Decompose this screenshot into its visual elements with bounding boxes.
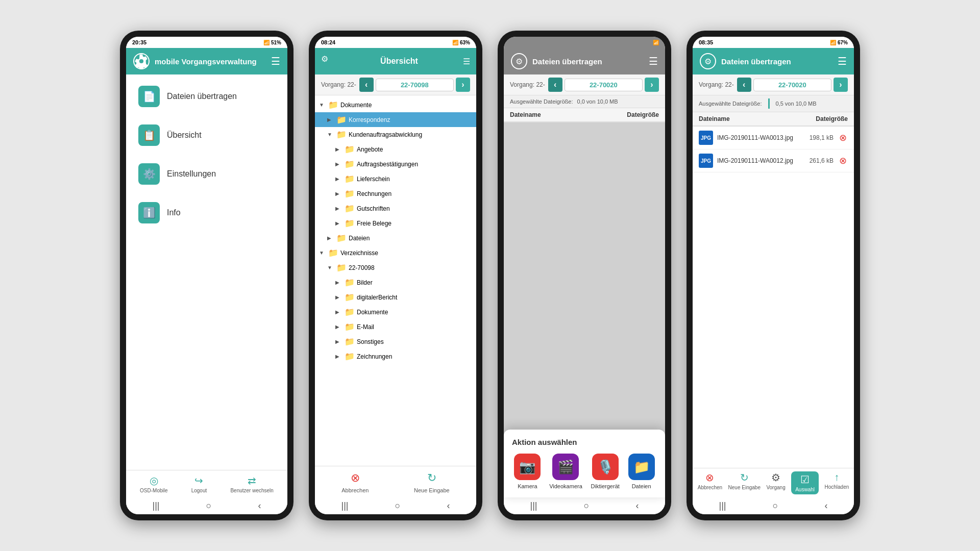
benutzer-btn[interactable]: ⇄ Benutzer wechseln [230, 474, 274, 493]
file-remove-1[interactable]: ⊗ [838, 133, 848, 143]
tree-korrespondenz[interactable]: ▶ 📁 Korrespondenz [315, 112, 476, 127]
tree-lieferschein[interactable]: ▶ 📁 Lieferschein [315, 171, 476, 186]
nav-back-4[interactable]: ‹ [824, 500, 827, 511]
tree-verzeichnisse[interactable]: ▼ 📁 Verzeichnisse [315, 245, 476, 260]
tree-rechnungen[interactable]: ▶ 📁 Rechnungen [315, 186, 476, 201]
tree-dokumente[interactable]: ▼ 📁 Dokumente [315, 97, 476, 112]
abbrechen-btn-2[interactable]: ⊗ Abbrechen [341, 470, 369, 493]
abbrechen-label-4: Abbrechen [698, 485, 722, 490]
next-arrow-4[interactable]: › [834, 78, 848, 92]
hamburger-icon-2[interactable]: ☰ [463, 57, 470, 66]
table-header-3: Dateiname Dateigröße [504, 108, 665, 122]
dialog-video-btn[interactable]: 🎬 Videokamera [549, 454, 582, 489]
tree-sonstiges[interactable]: ▶ 📁 Sonstiges [315, 334, 476, 349]
file-transfer-title-3: Dateien übertragen [532, 57, 644, 66]
dialog-actions-3: 📷 Kamera 🎬 Videokamera 🎙️ Diktiergerät 📁… [512, 454, 657, 489]
nav-lines-3: ||| [530, 500, 537, 511]
folder-dateien-icon: 📁 [336, 233, 347, 243]
prev-arrow-2[interactable]: ‹ [359, 78, 374, 92]
osd-mobile-btn[interactable]: ◎ OSD-Mobile [140, 474, 167, 493]
tree-korrespondenz-label: Korrespondenz [349, 116, 390, 123]
next-arrow-3[interactable]: › [645, 78, 659, 92]
abbrechen-btn-4[interactable]: ⊗ Abbrechen [698, 471, 722, 494]
menu-item-dateien[interactable]: 📄 Dateien übertragen [130, 79, 283, 114]
vorgang-bar-3: Vorgang: 22- ‹ 22-70020 › [504, 74, 665, 95]
nav-back-3[interactable]: ‹ [635, 500, 639, 511]
file-size-bar-3: Ausgewählte Dateigröße: 0,0 von 10,0 MB [504, 95, 665, 108]
status-bar-3: 📶 [504, 37, 665, 48]
kamera-label: Kamera [518, 483, 537, 489]
hamburger-icon-1[interactable]: ☰ [271, 55, 280, 67]
phone-nav-1: ||| ○ ‹ [126, 497, 287, 514]
phone-1: 20:35 📶 51% mobile Vorgangsverwaltung ☰ … [120, 31, 293, 520]
tree-dateien[interactable]: ▶ 📁 Dateien [315, 231, 476, 245]
tree-bilder[interactable]: ▶ 📁 Bilder [315, 275, 476, 290]
file-transfer-title-4: Dateien übertragen [721, 57, 832, 66]
tree-freie-belege[interactable]: ▶ 📁 Freie Belege [315, 216, 476, 231]
logo-icon-1 [133, 53, 150, 69]
hamburger-icon-4[interactable]: ☰ [838, 55, 847, 67]
benutzer-icon: ⇄ [248, 474, 256, 487]
vorgang-label-2: Vorgang: 22- [321, 81, 356, 88]
neue-eingabe-btn-2[interactable]: ↻ Neue Eingabe [414, 470, 450, 493]
file-name-1: IMG-20190111-WA0013.jpg [717, 134, 794, 141]
nav-back[interactable]: ‹ [258, 500, 261, 511]
dialog-dateien-btn[interactable]: 📁 Dateien [628, 454, 655, 489]
folder-angebote-icon: 📁 [345, 144, 355, 154]
tree-dokumente-label: Dokumente [340, 102, 372, 109]
tree-dateien-label: Dateien [349, 235, 370, 242]
file-remove-2[interactable]: ⊗ [838, 156, 848, 166]
logo-icon-3: ⚙ [511, 53, 527, 69]
vorgang-btn-4[interactable]: ⚙ Vorgang [766, 471, 785, 494]
menu-item-info[interactable]: ℹ️ Info [130, 195, 283, 231]
auswahl-btn-4[interactable]: ☑ Auswahl [791, 471, 819, 494]
dialog-kamera-btn[interactable]: 📷 Kamera [514, 454, 541, 489]
app-header-2: ⚙ Übersicht ☰ [315, 48, 476, 74]
vorgang-label-4: Vorgang: 22- [699, 81, 734, 88]
neue-eingabe-icon-4: ↻ [740, 471, 749, 484]
tree-22-70098[interactable]: ▼ 📁 22-70098 [315, 260, 476, 275]
osd-label: OSD-Mobile [140, 488, 167, 493]
bottom-nav-4: ⊗ Abbrechen ↻ Neue Eingabe ⚙ Vorgang ☑ A… [693, 468, 854, 497]
nav-back-2[interactable]: ‹ [447, 500, 450, 511]
nav-lines-2: ||| [341, 500, 349, 511]
tree-sonstiges-label: Sonstiges [357, 338, 384, 345]
nav-circle-2: ○ [395, 500, 401, 511]
file-row-1[interactable]: JPG IMG-20190111-WA0013.jpg 198,1 kB ⊗ [693, 127, 854, 149]
next-arrow-2[interactable]: › [456, 78, 470, 92]
tree-kundenauftrag[interactable]: ▼ 📁 Kundenauftragsabwicklung [315, 127, 476, 142]
bottom-nav-1: ◎ OSD-Mobile ↪ Logout ⇄ Benutzer wechsel… [126, 470, 287, 497]
tree-email[interactable]: ▶ 📁 E-Mail [315, 319, 476, 334]
tree-digitaler-bericht[interactable]: ▶ 📁 digitalerBericht [315, 290, 476, 305]
video-label: Videokamera [549, 483, 582, 489]
auswahl-icon-4: ☑ [800, 473, 810, 486]
hochladen-label-4: Hochladen [824, 484, 849, 490]
battery-4: 67% [838, 40, 848, 45]
vorgang-bar-4: Vorgang: 22- ‹ 22-70020 › [693, 74, 854, 95]
menu-item-uebersicht[interactable]: 📋 Übersicht [130, 117, 283, 153]
neue-eingabe-label-4: Neue Eingabe [728, 485, 761, 490]
nav-circle: ○ [206, 500, 212, 511]
tree-angebote[interactable]: ▶ 📁 Angebote [315, 142, 476, 157]
tree-gutschriften[interactable]: ▶ 📁 Gutschriften [315, 201, 476, 216]
logout-btn[interactable]: ↪ Logout [191, 474, 207, 493]
tree-auftragsbestaet[interactable]: ▶ 📁 Auftragsbestätigungen [315, 157, 476, 171]
file-row-2[interactable]: JPG IMG-20190111-WA0012.jpg 261,6 kB ⊗ [693, 149, 854, 172]
hochladen-icon-4: ↑ [834, 471, 839, 483]
overview-bottom-2: ⊗ Abbrechen ↻ Neue Eingabe [315, 466, 476, 497]
phone-nav-2: ||| ○ ‹ [315, 497, 476, 514]
file-size-bar-4: Ausgewählte Dateigröße: 0,5 von 10,0 MB [693, 95, 854, 112]
prev-arrow-3[interactable]: ‹ [548, 78, 562, 92]
hamburger-icon-3[interactable]: ☰ [649, 55, 658, 67]
tree-dokumente-sub-label: Dokumente [357, 309, 388, 316]
dialog-diktier-btn[interactable]: 🎙️ Diktiergerät [591, 454, 620, 489]
menu-item-einstellungen[interactable]: ⚙️ Einstellungen [130, 156, 283, 192]
tree-dokumente-sub[interactable]: ▶ 📁 Dokumente [315, 305, 476, 319]
neue-eingabe-btn-4[interactable]: ↻ Neue Eingabe [728, 471, 761, 494]
hochladen-btn-4[interactable]: ↑ Hochladen [824, 471, 849, 494]
prev-arrow-4[interactable]: ‹ [737, 78, 751, 92]
nav-lines-4: ||| [719, 500, 726, 511]
tree-zeichnungen[interactable]: ▶ 📁 Zeichnungen [315, 349, 476, 364]
file-size-label-4: Ausgewählte Dateigröße: [699, 101, 762, 107]
info-label: Info [167, 208, 181, 217]
